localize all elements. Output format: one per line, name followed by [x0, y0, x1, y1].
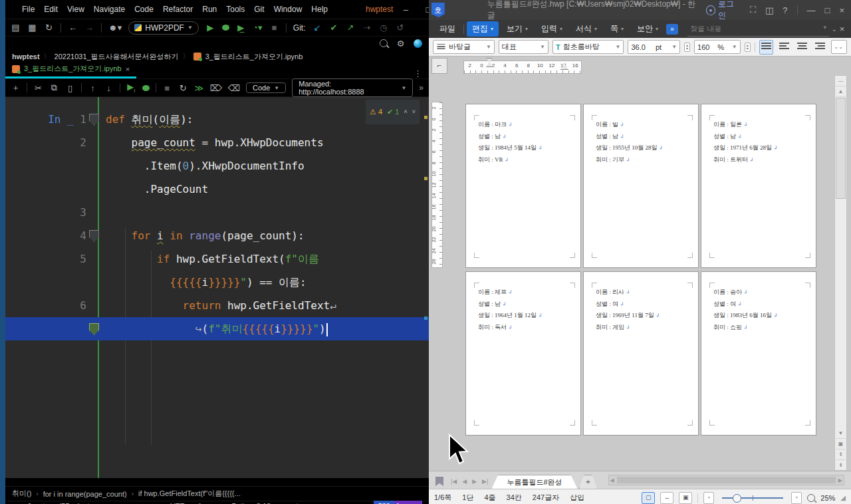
status-item[interactable]: 1/6쪽: [434, 493, 451, 503]
context-breadcrumb-item[interactable]: for i in range(page_count): [43, 490, 127, 498]
ai-assistant-icon[interactable]: [414, 39, 422, 48]
font-dropdown[interactable]: T 함초롬바탕▼: [552, 40, 624, 54]
hwp-menu-보안[interactable]: 보안▾: [632, 21, 664, 37]
code-line[interactable]: 3: [5, 201, 429, 224]
font-size-dropdown[interactable]: 36.0 pt▼: [628, 40, 680, 54]
back-icon[interactable]: ←: [68, 23, 78, 33]
breadcrumb-item[interactable]: 3_필드리스트_가져오기.ipynb: [205, 52, 303, 62]
cell-fold-marker[interactable]: [89, 323, 99, 335]
align-left-button[interactable]: [777, 40, 791, 55]
login-button[interactable]: ● 로그인: [706, 0, 741, 21]
git-update-icon[interactable]: ↙: [312, 23, 322, 33]
document-page[interactable]: 이름 : 제프↲성별 : 남↲생일 : 1964년 1월 12일↲취미 : 독서…: [465, 271, 581, 436]
zoom-in-button[interactable]: ▫: [791, 492, 802, 504]
style-set-dropdown[interactable]: 대표▼: [499, 40, 548, 54]
menu-tools[interactable]: Tools: [221, 3, 249, 16]
code-line[interactable]: ↪(f"취미{{{{{i}}}}}"): [5, 317, 429, 340]
status-item[interactable]: 247글자: [533, 493, 559, 503]
clear-outputs-icon[interactable]: ⌦: [210, 83, 222, 93]
status-item[interactable]: 삽입: [570, 493, 584, 503]
cell-fold-marker[interactable]: [89, 114, 99, 126]
hscrollbar-thumb[interactable]: [617, 477, 836, 483]
context-breadcrumb-item[interactable]: if hwp.GetFieldText(f"이름{{{{{...: [138, 489, 241, 499]
page-view-button[interactable]: ▢: [642, 492, 655, 504]
paragraph-style-dropdown[interactable]: 바탕글▼: [433, 40, 495, 54]
profiler-icon[interactable]: ◔▾: [253, 23, 263, 33]
close-button[interactable]: ×: [839, 5, 844, 15]
debug-icon[interactable]: [222, 25, 229, 31]
scrollbar-thumb[interactable]: [836, 98, 846, 199]
zoom-slider-thumb[interactable]: [733, 494, 741, 503]
document-page[interactable]: 이름 : 일론↲성별 : 남↲생일 : 1971년 6월 28일↲취미 : 트위…: [701, 104, 816, 268]
run-all-icon[interactable]: ≫: [194, 83, 204, 93]
breadcrumb-item[interactable]: hwptest: [12, 53, 40, 61]
menu-refactor[interactable]: Refactor: [158, 3, 197, 16]
zoom-level[interactable]: 25%: [820, 494, 835, 502]
menu-view[interactable]: View: [62, 3, 89, 16]
help-icon[interactable]: ?: [783, 5, 787, 15]
prev-page-icon[interactable]: ⇞: [836, 449, 846, 460]
interpreter[interactable]: Python 3.10 (venv): [231, 502, 286, 504]
menu-file[interactable]: File: [17, 3, 39, 16]
align-center-button[interactable]: [795, 40, 809, 55]
hwp-menu-쪽[interactable]: 쪽▾: [605, 21, 629, 37]
split-view-icon[interactable]: ◫: [765, 5, 773, 15]
code-line[interactable]: {{{{{i}}}}}") == 이름:: [5, 271, 429, 294]
next-tab-icon[interactable]: ▶: [470, 478, 479, 489]
status-item[interactable]: 34칸: [507, 493, 522, 503]
run-cell-icon[interactable]: ▶I: [126, 82, 136, 94]
stop-icon[interactable]: ■: [269, 23, 279, 33]
scroll-up-icon[interactable]: ▲: [836, 86, 846, 97]
delete-cell-icon[interactable]: ⌫: [228, 83, 240, 93]
git-commit-icon[interactable]: ✔: [328, 23, 338, 33]
run-config-selector[interactable]: HWP2PDF▼: [128, 21, 199, 35]
open-icon[interactable]: ▤: [11, 23, 21, 33]
user-icon[interactable]: ☻▾: [108, 23, 122, 33]
next-page-icon[interactable]: ⇟: [836, 460, 846, 470]
cell-type-dropdown[interactable]: Code▼: [246, 82, 286, 93]
line-spacing-dropdown[interactable]: 160 %▼: [694, 40, 741, 54]
jupyter-server-dropdown[interactable]: Managed: http://localhost:8888▼: [292, 78, 413, 97]
ruler-corner-button[interactable]: ⌐: [431, 58, 447, 74]
find-input[interactable]: 찾을 내용▾: [687, 22, 829, 37]
maximize-button[interactable]: □: [825, 5, 830, 15]
hide-ruler-icon[interactable]: —: [836, 76, 846, 86]
code-line[interactable]: .PageCount: [5, 178, 429, 201]
menu-help[interactable]: Help: [306, 3, 332, 16]
menu-git[interactable]: Git: [249, 3, 269, 16]
zoom-slider[interactable]: [722, 497, 783, 499]
search-icon[interactable]: [380, 39, 388, 47]
minimize-button[interactable]: —: [807, 5, 816, 15]
move-cell-up-icon[interactable]: ↑: [88, 83, 98, 93]
document-tab[interactable]: 누름틀필드#완성: [491, 475, 577, 489]
interrupt-kernel-icon[interactable]: ■: [162, 83, 172, 93]
code-line[interactable]: 2 page_count = hwp.XHwpDocuments: [5, 131, 429, 154]
first-tab-icon[interactable]: |◀: [449, 478, 459, 489]
history-icon[interactable]: ◷: [378, 23, 388, 33]
git-push-icon[interactable]: ↗: [345, 23, 355, 33]
add-tab-button[interactable]: ＋: [579, 475, 598, 489]
code-editor[interactable]: In _ 1def 취미(이름):2 page_count = hwp.XHwp…: [5, 97, 429, 478]
zoom-out-button[interactable]: ▫: [703, 492, 714, 504]
minimize-button[interactable]: –: [394, 3, 417, 16]
settings-gear-icon[interactable]: ⚙: [396, 39, 406, 49]
resize-grip[interactable]: ◢: [840, 494, 846, 501]
prev-problem-icon[interactable]: ˄: [404, 100, 407, 124]
hwp-menu-보기[interactable]: 보기▾: [501, 21, 533, 37]
tab-close-icon[interactable]: ×: [126, 65, 130, 73]
width-fit-button[interactable]: ↔: [660, 492, 673, 504]
toolbar-more-icon[interactable]: »: [419, 83, 424, 92]
fullscreen-icon[interactable]: ⛶: [750, 5, 756, 15]
full-view-button[interactable]: ▣: [679, 492, 692, 504]
status-item[interactable]: 1단: [462, 493, 473, 503]
add-cell-icon[interactable]: ＋: [11, 82, 21, 94]
save-icon[interactable]: ▦: [27, 23, 37, 33]
code-line[interactable]: 4 for i in range(page_count):: [5, 224, 429, 247]
tab-options-icon[interactable]: ⋮: [414, 68, 429, 78]
editor-tab[interactable]: 3_필드리스트_가져오기.ipynb ×: [5, 62, 136, 78]
align-justify-button[interactable]: [759, 40, 773, 55]
editor-error-stripe[interactable]: [424, 97, 427, 478]
context-breadcrumb-item[interactable]: 취미(): [12, 489, 31, 499]
menu-edit[interactable]: Edit: [39, 3, 62, 16]
debug-cell-icon[interactable]: [142, 85, 150, 91]
